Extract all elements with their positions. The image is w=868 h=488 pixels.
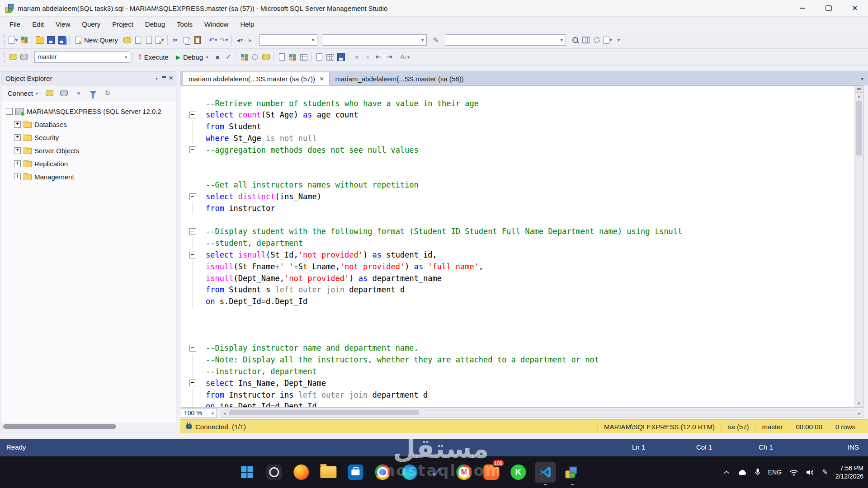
debug-button[interactable]: ▶Debug▾ [172,52,212,62]
notifications-app-icon[interactable]: 109 [481,462,501,483]
xmla-query-icon[interactable]: ▾ [154,34,165,46]
undo-icon[interactable]: ↶▾ [208,34,218,46]
scrollbar-thumb[interactable] [856,101,862,155]
code-line[interactable]: select isnull(St_Id,'not provided') as s… [188,249,855,261]
camera-app-icon[interactable] [264,462,284,483]
scrollbar-thumb[interactable] [3,424,116,429]
dmx-query-icon[interactable] [143,34,154,46]
code-line[interactable] [188,214,855,226]
display-estimated-plan-icon[interactable] [239,51,250,63]
tools-icon[interactable] [591,34,602,46]
specify-template-values-icon[interactable] [276,51,287,63]
navigate-forward-icon[interactable]: ▸ [245,34,256,46]
splitter-handle[interactable] [855,86,863,93]
tree-item-replication[interactable]: +Replication [1,157,176,170]
pen-icon-tray[interactable]: ✎ [822,468,828,476]
activity-monitor-icon[interactable] [19,34,29,46]
firefox-icon[interactable] [291,462,311,483]
tab-close-icon[interactable]: × [320,75,324,83]
code-line[interactable]: isnull(St_Fname+' '+St_Lname,'not provid… [188,261,855,272]
disconnect-server-icon[interactable] [59,87,70,99]
paste-icon[interactable] [192,34,203,46]
minimize-button[interactable] [789,0,816,16]
scroll-up-icon[interactable]: ▲ [855,93,863,100]
client-statistics-icon[interactable] [298,51,309,63]
fold-collapse-icon[interactable] [188,343,198,354]
scroll-right-icon[interactable]: ▸ [856,409,863,417]
available-databases-combo[interactable]: master▾ [34,52,130,63]
clock[interactable]: 7:56 PM 2/12/2026 [835,464,863,480]
code-line[interactable]: --Display student with the following for… [188,226,855,238]
decrease-indent-icon[interactable]: ⇤ [373,51,384,63]
uncomment-icon[interactable]: ≡ [362,51,373,63]
menu-item-project[interactable]: Project [106,18,139,30]
code-line[interactable]: where St_Age is not null [188,132,855,144]
menu-item-tools[interactable]: Tools [171,18,198,30]
results-to-file-icon[interactable] [335,51,346,63]
maximize-button[interactable] [816,0,842,16]
database-engine-query-icon[interactable] [122,34,132,46]
toolbar-combo-1[interactable]: ▾ [259,34,317,46]
connect-button[interactable]: Connect▾ [5,88,41,99]
navigate-backward-icon[interactable]: ◂▾ [234,34,245,46]
pen-icon[interactable]: ✎ [430,34,441,46]
fold-collapse-icon[interactable] [188,144,198,156]
mdx-query-icon[interactable] [132,34,143,46]
include-actual-plan-icon[interactable] [287,51,298,63]
volume-icon[interactable] [806,469,814,476]
code-line[interactable] [188,319,855,331]
code-line[interactable]: from Instructor ins left outer join depa… [188,389,855,401]
chrome-icon[interactable] [372,462,393,483]
green-k-app-icon[interactable]: K [508,462,528,483]
properties-window-icon[interactable] [580,34,591,46]
code-line[interactable]: --Note: Display all the instructors, whe… [188,354,855,366]
tree-item-databases[interactable]: +Databases [1,118,176,131]
vscode-icon[interactable] [535,462,556,483]
copy-icon[interactable] [181,34,192,46]
code-line[interactable] [188,168,855,179]
scroll-left-icon[interactable]: ◂ [221,409,228,417]
menu-item-query[interactable]: Query [76,18,106,30]
parse-icon[interactable]: ✓ [223,51,234,63]
tray-chevron-up-icon[interactable] [723,470,730,474]
collapse-icon[interactable]: − [6,108,13,115]
browser-profile-m-icon[interactable]: M [453,462,474,483]
edge-icon[interactable] [399,462,420,483]
refresh-icon[interactable]: ↻ [102,87,113,99]
expand-icon[interactable]: + [14,174,21,180]
menu-item-window[interactable]: Window [198,18,234,30]
code-line[interactable]: --Display instructor name and department… [188,343,855,354]
window-layout-icon[interactable]: ▾ [602,34,613,46]
tab-list-chevron-icon[interactable]: ▾ [861,75,863,85]
code-line[interactable] [188,156,855,168]
onedrive-cloud-icon[interactable] [737,469,747,475]
code-line[interactable]: from Student [188,121,855,132]
save-icon[interactable] [45,34,56,46]
search-icon[interactable] [570,34,580,46]
comment-icon[interactable]: ≡ [351,51,362,63]
stop-icon[interactable]: ■ [73,87,84,99]
sort-icon[interactable]: A↓▾ [400,51,410,63]
code-line[interactable]: select Ins_Name, Dept_Name [188,377,855,389]
disconnect-icon[interactable] [19,51,29,63]
toolbar-combo-2[interactable]: ▾ [322,34,427,46]
panel-menu-chevron-icon[interactable]: ▾ [156,76,158,81]
code-line[interactable]: --Get all instructors names without repe… [188,179,855,191]
panel-close-icon[interactable]: × [169,74,173,83]
query-options-icon[interactable] [250,51,260,63]
code-line[interactable] [188,331,855,343]
code-line[interactable]: from instructor [188,202,855,214]
intellisense-icon[interactable] [260,51,271,63]
editor-hscrollbar[interactable]: ◂ ▸ [221,409,863,418]
zoom-combo[interactable]: 100 %▾ [181,408,217,418]
microsoft-store-icon[interactable] [345,462,366,483]
new-connection-icon[interactable]: ▾ [8,34,19,46]
code-line[interactable]: on ins.Dept_Id=d.Dept_Id [188,401,855,407]
tree-item-server-objects[interactable]: +Server Objects [1,144,176,157]
microphone-icon[interactable] [755,469,760,476]
execute-button[interactable]: !Execute [135,51,172,63]
menu-item-view[interactable]: View [50,18,76,30]
ssms-taskbar-icon[interactable] [562,462,583,483]
increase-indent-icon[interactable]: ⇥ [384,51,395,63]
code-line[interactable]: from Student s left outer join departmen… [188,284,855,296]
